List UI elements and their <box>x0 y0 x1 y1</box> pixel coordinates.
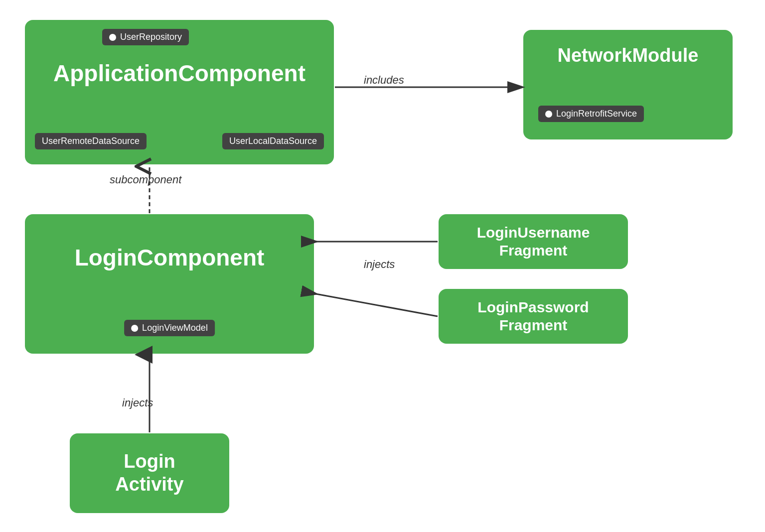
application-component-box: UserRepository ApplicationComponent User… <box>25 20 334 164</box>
network-module-box: NetworkModule LoginRetrofitService <box>523 30 733 139</box>
login-activity-box: LoginActivity <box>70 433 229 513</box>
diagram-container: UserRepository ApplicationComponent User… <box>0 0 765 532</box>
application-component-title: ApplicationComponent <box>53 60 306 87</box>
network-module-title: NetworkModule <box>558 45 699 66</box>
user-repository-chip: UserRepository <box>102 29 189 45</box>
injects-arrow-password <box>316 294 438 316</box>
login-view-model-chip: LoginViewModel <box>124 320 215 336</box>
login-username-fragment-box: LoginUsernameFragment <box>439 214 628 269</box>
login-retrofit-service-chip: LoginRetrofitService <box>538 106 644 122</box>
injects-label-right: injects <box>364 258 395 271</box>
includes-label: includes <box>364 74 404 87</box>
dot-icon <box>545 111 552 118</box>
subcomponent-label: subcomponent <box>110 173 181 186</box>
login-password-fragment-box: LoginPasswordFragment <box>439 289 628 344</box>
dot-icon <box>131 325 138 332</box>
login-password-fragment-title: LoginPasswordFragment <box>477 298 589 334</box>
injects-label-bottom: injects <box>122 397 153 409</box>
dot-icon <box>109 34 116 41</box>
login-username-fragment-title: LoginUsernameFragment <box>477 224 590 260</box>
login-component-box: LoginComponent LoginViewModel <box>25 214 314 354</box>
login-component-title: LoginComponent <box>75 244 265 271</box>
user-local-datasource-chip: UserLocalDataSource <box>222 133 324 149</box>
login-activity-title: LoginActivity <box>115 450 183 496</box>
user-remote-datasource-chip: UserRemoteDataSource <box>35 133 147 149</box>
